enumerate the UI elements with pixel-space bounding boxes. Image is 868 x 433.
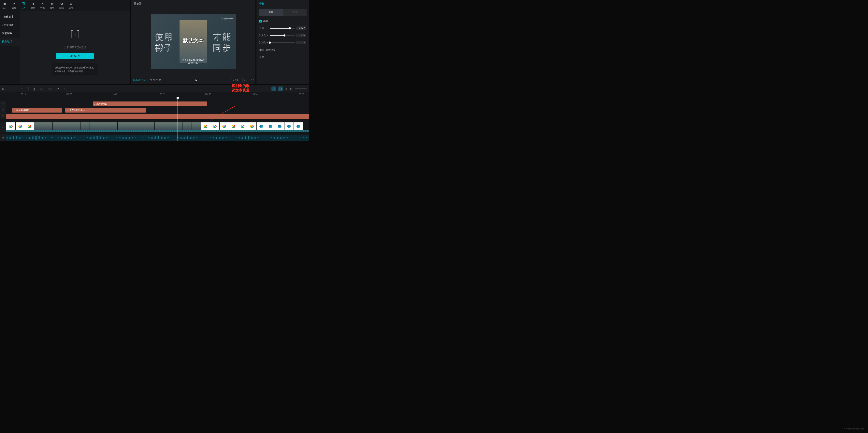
checkbox-on-icon: ✓ xyxy=(259,20,262,23)
clear-lyrics-checkbox[interactable]: 同时清空已有歌词 xyxy=(64,46,86,49)
split-icon[interactable]: ]​[ xyxy=(33,87,35,90)
tab-effect[interactable]: ✦特效 xyxy=(38,0,48,11)
original-button[interactable]: 原始 xyxy=(242,78,249,82)
slider-label: 淡出时长 xyxy=(259,41,270,44)
start-recognize-button[interactable]: 开始识别 xyxy=(56,53,94,59)
inspector-title: 音频 xyxy=(256,0,309,7)
player-panel: 播放器 使用梯子 才能同步 默认文本 在多设备同步时需要同步现在好可以 我是阿众… xyxy=(131,0,255,84)
timeline-toolbar: ▷ ↶ ↷ ]​[ ⌫ ⌦ ⚑ ✂ 识别出的歌词文本轨道 ⊟ ⊡ ⊕ ⊖ xyxy=(0,85,309,92)
clip-label: 现在好可以 xyxy=(96,103,107,106)
tab-speed[interactable]: 变速 xyxy=(283,9,307,16)
media-icon: ▣ xyxy=(3,2,7,6)
checkbox-label: 同时清空已有歌词 xyxy=(67,46,86,49)
tab-label: 贴纸 xyxy=(31,6,35,9)
fullscreen-icon[interactable]: ⛶ xyxy=(251,79,253,81)
audio-track[interactable]: ◔ xyxy=(0,134,309,141)
oscilloscope-button[interactable]: 示波器 xyxy=(231,78,240,82)
slider-label: 淡入时长 xyxy=(259,34,270,37)
zoom-slider[interactable] xyxy=(295,88,307,89)
inspector-panel: 音频 基本 变速 ✓ 基础 音量 0.0dB 淡入时长 4.7s 淡出时长 xyxy=(256,0,309,84)
tab-sticker[interactable]: ◑贴纸 xyxy=(28,0,38,11)
undo-icon[interactable]: ↶ xyxy=(14,87,17,90)
video-audio-wave xyxy=(6,130,309,132)
delete-right-icon[interactable]: ⌦ xyxy=(48,87,52,90)
annotation-text: 识别出的歌词文本轨道 xyxy=(232,84,250,92)
text-track-3[interactable]: TI xyxy=(0,113,309,120)
edge-icon xyxy=(297,124,300,128)
text-track-icon: TI xyxy=(0,101,6,107)
crop-icon[interactable]: ✂ xyxy=(64,87,67,90)
link-icon[interactable]: ⊡ xyxy=(278,86,283,91)
adjust-icon: ⇄ xyxy=(69,2,73,6)
tab-label: 音频 xyxy=(12,6,17,9)
fadeout-slider[interactable]: 淡出时长 0.0s xyxy=(259,41,306,44)
pointer-tool-icon[interactable]: ▷ xyxy=(2,87,4,90)
lyric-clip[interactable]: ⊡没有办法正常的 xyxy=(65,108,146,113)
basic-checkbox[interactable]: ✓ 基础 xyxy=(259,20,306,23)
video-watermark: 我是阿众 bilibili xyxy=(221,18,233,20)
transition-icon: ⋈ xyxy=(50,2,54,6)
text-track-2[interactable]: TI ⊡就是不用魔法 ⊡没有办法正常的 xyxy=(0,107,309,113)
chrome-icon xyxy=(222,124,226,128)
subtitle-icon: ⊡ xyxy=(67,109,68,112)
fadein-slider[interactable]: 淡入时长 4.7s xyxy=(259,34,306,37)
tab-label: 滤镜 xyxy=(59,6,64,9)
preview-icon[interactable]: ⊕ xyxy=(285,87,288,90)
sidebar-item-smart-subtitle[interactable]: 智能字幕 xyxy=(0,29,20,37)
tab-text[interactable]: TI文本 xyxy=(19,0,28,11)
player-title: 播放器 xyxy=(131,0,255,7)
tab-filter[interactable]: ✿滤镜 xyxy=(57,0,66,11)
text-track-1[interactable]: TI ♪现在好可以 xyxy=(0,101,309,107)
tab-label: 转场 xyxy=(50,6,54,9)
redo-icon[interactable]: ↷ xyxy=(21,87,24,90)
slider-value: 4.7s xyxy=(296,34,306,37)
sidebar-item-recognize-lyrics[interactable]: 识别歌词 xyxy=(0,37,20,46)
edge-icon xyxy=(259,124,263,128)
audio-icon: ◔ xyxy=(12,2,16,6)
zoom-out-icon[interactable]: ⊖ xyxy=(290,87,292,90)
chrome-icon xyxy=(213,124,217,128)
overlay-text-left: 使用梯子 xyxy=(155,31,174,53)
chevron-right-icon: ▸ xyxy=(2,24,3,26)
marker-icon[interactable]: ⚑ xyxy=(57,87,60,90)
video-track[interactable]: ▢ xyxy=(0,122,309,133)
denoise-toggle[interactable]: 音频降噪 xyxy=(259,48,306,52)
toggle-off-icon xyxy=(259,49,265,51)
text-icon: TI xyxy=(22,2,26,6)
subtitle-overlay: 在多设备同步时需要同步现在好可以 xyxy=(151,59,236,64)
tab-basic[interactable]: 基本 xyxy=(259,9,283,16)
basic-label: 基础 xyxy=(263,20,268,23)
sidebar-label: 智能字幕 xyxy=(2,32,12,35)
tab-media[interactable]: ▣媒体 xyxy=(0,0,9,11)
chrome-icon xyxy=(241,124,244,128)
lyric-clip[interactable]: ⊡就是不用魔法 xyxy=(12,108,62,113)
timeline-ruler[interactable]: | 00:19 | 00:20 | 00:21 | 00:22 | 00:23 … xyxy=(0,92,309,97)
audio-waveform[interactable] xyxy=(6,135,309,141)
sidebar-item-new-text[interactable]: ▸新建文本 xyxy=(0,12,20,21)
radio-off-icon xyxy=(64,47,66,49)
volume-slider[interactable]: 音量 0.0dB xyxy=(259,26,306,30)
chrome-icon xyxy=(250,124,254,128)
sidebar-item-text-template[interactable]: ▸文字模板 xyxy=(0,21,20,29)
play-button[interactable]: ▶ xyxy=(164,79,229,82)
delete-left-icon[interactable]: ⌫ xyxy=(40,87,43,90)
sidebar-label: 文字模板 xyxy=(4,23,14,27)
recognize-panel: ♫ 同时清空已有歌词 开始识别 识别音轨中的人声，并自动在时间轴上生成字幕文本。… xyxy=(20,11,130,84)
music-icon: ♪ xyxy=(94,103,95,105)
magnet-icon[interactable]: ⊟ xyxy=(272,86,276,91)
text-clip-full[interactable] xyxy=(6,114,309,119)
lyric-clip[interactable]: ♪现在好可以 xyxy=(93,102,207,106)
chrome-icon xyxy=(28,124,31,128)
video-preview[interactable]: 使用梯子 才能同步 默认文本 在多设备同步时需要同步现在好可以 我是阿众 bil… xyxy=(131,7,255,76)
sidebar-label: 新建文本 xyxy=(4,15,14,19)
sticker-icon: ◑ xyxy=(31,2,35,6)
tab-audio[interactable]: ◔音频 xyxy=(9,0,19,11)
default-text-overlay[interactable]: 默认文本 xyxy=(183,37,204,44)
edge-icon xyxy=(269,124,272,128)
edge-icon xyxy=(287,124,291,128)
timecode-current: 00:00:22:13 xyxy=(133,79,145,81)
chrome-icon xyxy=(231,124,235,128)
tab-label: 特效 xyxy=(40,6,45,9)
tab-adjust[interactable]: ⇄调节 xyxy=(66,0,76,11)
tab-transition[interactable]: ⋈转场 xyxy=(48,0,57,11)
